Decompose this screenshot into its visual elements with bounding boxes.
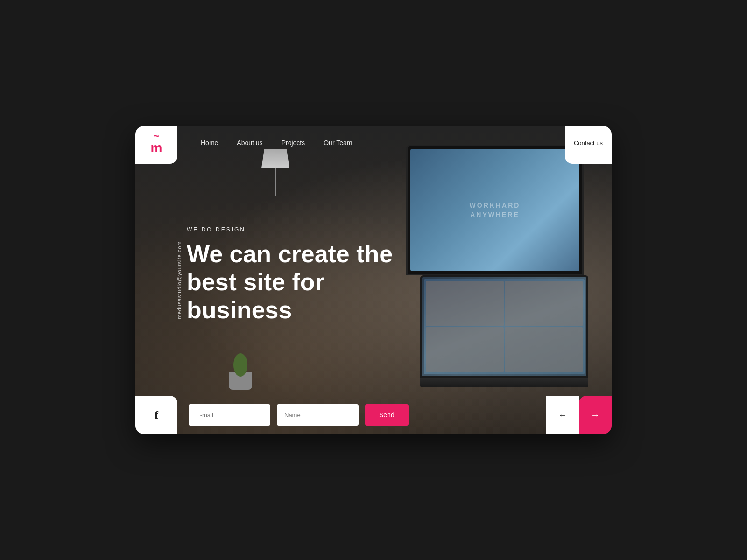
logo-box[interactable]: ~ m <box>135 126 177 164</box>
logo-tilde: ~ <box>154 131 160 141</box>
laptop-cell-2 <box>505 281 583 326</box>
lamp-arm <box>275 168 276 196</box>
email-vertical[interactable]: medusastudio@yoursite.com <box>176 241 182 319</box>
left-arrow-icon: ← <box>558 410 567 420</box>
contact-form: Send <box>177 404 546 426</box>
bottom-bar: f Send ← → <box>135 396 612 434</box>
send-button[interactable]: Send <box>365 404 409 426</box>
facebook-button[interactable]: f <box>135 396 177 434</box>
facebook-icon: f <box>155 409 158 421</box>
email-input[interactable] <box>189 404 270 426</box>
laptop-cell-4 <box>505 327 583 372</box>
plant-leaves <box>233 353 247 377</box>
nav-projects[interactable]: Projects <box>282 139 305 147</box>
nav-team[interactable]: Our Team <box>324 139 352 147</box>
logo-letter: m <box>151 141 162 154</box>
monitor-text-line1: WORKHARD <box>470 202 521 209</box>
right-arrow-icon: → <box>591 410 600 420</box>
prev-arrow-button[interactable]: ← <box>546 396 579 434</box>
nav-home[interactable]: Home <box>201 139 218 147</box>
contact-button[interactable]: Contact us <box>565 126 612 164</box>
laptop-screen <box>420 275 588 378</box>
laptop-keyboard <box>420 378 588 387</box>
laptop-cell-3 <box>426 327 504 372</box>
plant-decoration <box>229 372 252 390</box>
nav-about[interactable]: About us <box>237 139 262 147</box>
next-arrow-button[interactable]: → <box>579 396 612 434</box>
monitor-screen: WORKHARD ANYWHERE <box>410 149 579 271</box>
monitor-prop: WORKHARD ANYWHERE <box>406 145 584 275</box>
name-input[interactable] <box>277 404 359 426</box>
navbar: ~ m Home About us Projects Our Team Cont… <box>135 126 612 160</box>
laptop-cell-1 <box>426 281 504 326</box>
nav-links: Home About us Projects Our Team <box>177 139 565 147</box>
browser-window: WORKHARD ANYWHERE ~ m H <box>135 126 612 434</box>
laptop-prop <box>420 275 588 387</box>
laptop-screen-inner <box>424 279 585 374</box>
nav-arrows: ← → <box>546 396 612 434</box>
contact-label: Contact us <box>574 140 603 147</box>
monitor-text-line2: ANYWHERE <box>470 211 520 218</box>
